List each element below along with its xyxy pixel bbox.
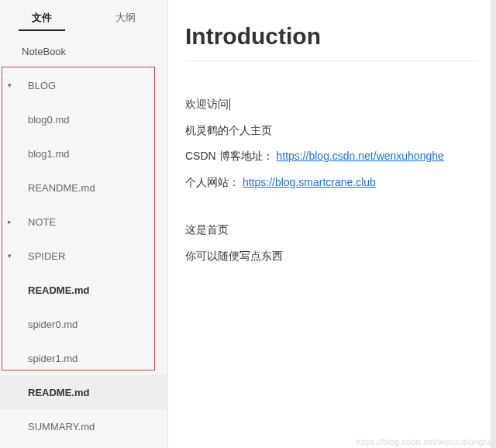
sidebar-tabs: 文件 大纲 [0,0,167,31]
tree-folder-blog[interactable]: ▾ BLOG [0,68,167,102]
tree-file-spider-readme[interactable]: README.md [0,273,167,307]
tree-file-root-readme[interactable]: README.md [0,375,167,409]
tab-file[interactable]: 文件 [0,11,84,31]
tree-folder-note[interactable]: ▸ NOTE [0,205,167,239]
tree-file-blog1[interactable]: blog1.md [0,136,167,171]
sidebar: 文件 大纲 NoteBook ▾ BLOG blog0.md blog1.md … [0,0,168,448]
paragraph-free[interactable]: 你可以随便写点东西 [185,249,479,264]
tree-label: NOTE [28,216,56,228]
paragraph-csdn[interactable]: CSDN 博客地址： https://blog.csdn.net/wenxuho… [185,149,479,164]
tree-file-spider0[interactable]: spider0.md [0,307,167,341]
title-divider [185,60,479,61]
caret-right-icon: ▸ [5,218,14,226]
tree-label: BLOG [28,80,56,91]
link-csdn[interactable]: https://blog.csdn.net/wenxuhonghe [276,150,443,162]
page-title: Introduction [185,23,479,50]
paragraph-welcome[interactable]: 欢迎访问 [185,97,479,112]
tree-root-notebook[interactable]: NoteBook [0,34,167,68]
paragraph-owner[interactable]: 机灵鹤的个人主页 [185,123,479,139]
file-tree: NoteBook ▾ BLOG blog0.md blog1.md REANDM… [0,31,167,443]
scrollbar-track[interactable] [491,0,496,448]
tree-file-reandme[interactable]: REANDME.md [0,171,167,205]
caret-down-icon: ▾ [5,252,14,260]
link-personal[interactable]: https://blog.smartcrane.club [243,176,376,188]
content-area: Introduction 欢迎访问 机灵鹤的个人主页 CSDN 博客地址： ht… [168,0,496,448]
tree-file-spider1[interactable]: spider1.md [0,341,167,375]
tab-outline[interactable]: 大纲 [84,11,167,31]
tree-folder-spider[interactable]: ▾ SPIDER [0,239,167,273]
tree-file-summary[interactable]: SUMMARY.md [0,409,167,443]
paragraph-personal-site[interactable]: 个人网站： https://blog.smartcrane.club [185,175,479,191]
text-cursor-icon [229,98,230,110]
caret-down-icon: ▾ [5,81,14,89]
paragraph-home[interactable]: 这是首页 [185,222,479,238]
watermark: https://blog.csdn.net/wenxuhonghe [356,437,493,446]
text: 个人网站： [185,176,239,188]
tree-label: SPIDER [28,250,65,262]
text: CSDN 博客地址： [185,150,274,162]
text: 欢迎访问 [185,98,229,110]
tree-file-blog0[interactable]: blog0.md [0,102,167,136]
